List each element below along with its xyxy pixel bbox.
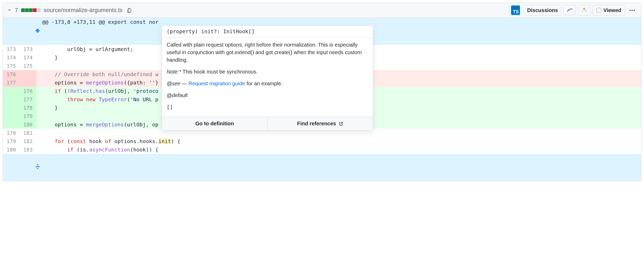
kebab-menu-icon[interactable] bbox=[627, 8, 637, 13]
chunk-square-green bbox=[25, 8, 29, 12]
new-line-number[interactable] bbox=[20, 70, 36, 78]
new-line-number[interactable]: 181 bbox=[20, 129, 36, 137]
chunk-square-green bbox=[29, 8, 33, 12]
new-line-number[interactable]: 174 bbox=[20, 53, 36, 62]
external-link-icon bbox=[339, 121, 343, 126]
goto-definition-button[interactable]: Go to definition bbox=[162, 117, 267, 130]
old-line-number[interactable]: 178 bbox=[3, 129, 20, 137]
file-header: 7 source/normalize-arguments.ts TS Discu… bbox=[3, 3, 641, 18]
file-header-left: 7 source/normalize-arguments.ts bbox=[7, 7, 133, 14]
find-references-button[interactable]: Find references bbox=[267, 117, 373, 130]
old-line-number[interactable] bbox=[3, 104, 20, 112]
chunk-square-green bbox=[21, 8, 25, 12]
new-line-number[interactable] bbox=[20, 78, 36, 87]
copy-path-icon[interactable] bbox=[126, 7, 133, 14]
tools-button[interactable] bbox=[578, 5, 590, 15]
hover-signature: (property) init?: InitHook[] bbox=[162, 26, 373, 37]
chunk-square-red bbox=[33, 8, 37, 12]
sentry-button[interactable] bbox=[563, 5, 576, 15]
old-line-number[interactable]: 174 bbox=[3, 53, 20, 62]
viewed-label: Viewed bbox=[603, 7, 621, 13]
old-line-number[interactable] bbox=[3, 120, 20, 129]
expand-row-bottom[interactable] bbox=[3, 154, 641, 181]
sparkle-icon bbox=[581, 7, 588, 14]
old-line-number[interactable] bbox=[3, 87, 20, 95]
svg-rect-0 bbox=[128, 9, 131, 12]
diff-row: 179182 for (const hook of options.hooks.… bbox=[3, 137, 641, 145]
new-line-number[interactable]: 177 bbox=[20, 95, 36, 104]
hover-default-label: @default bbox=[167, 92, 368, 99]
old-line-number[interactable]: 180 bbox=[3, 145, 20, 154]
hover-see-link[interactable]: Request migration guide bbox=[189, 81, 245, 86]
old-line-number[interactable] bbox=[3, 95, 20, 104]
old-line-number[interactable]: 173 bbox=[3, 45, 20, 53]
diff-row: 180183 if (is.asyncFunction(hook)) { bbox=[3, 145, 641, 154]
new-line-number[interactable]: 183 bbox=[20, 145, 36, 154]
new-line-number[interactable]: 173 bbox=[20, 45, 36, 53]
hover-see: @see — Request migration guide for an ex… bbox=[167, 80, 368, 87]
hover-body: Called with plain request options, right… bbox=[162, 37, 373, 117]
ts-badge-button[interactable]: TS bbox=[509, 5, 522, 15]
chunk-count: 7 bbox=[15, 7, 18, 14]
discussions-button[interactable]: Discussions bbox=[524, 5, 561, 15]
new-line-number[interactable]: 182 bbox=[20, 137, 36, 145]
hover-note: Note:* This hook must be synchronous. bbox=[167, 68, 368, 76]
code-cell[interactable]: for (const hook of options.hooks.init) { bbox=[36, 137, 641, 145]
code-cell[interactable]: if (is.asyncFunction(hook)) { bbox=[36, 145, 641, 154]
viewed-toggle[interactable]: Viewed bbox=[593, 5, 625, 15]
old-line-number[interactable] bbox=[3, 112, 20, 120]
new-line-number[interactable]: 179 bbox=[20, 112, 36, 120]
new-line-number[interactable]: 180 bbox=[20, 120, 36, 129]
typescript-icon: TS bbox=[511, 5, 520, 15]
hover-card: (property) init?: InitHook[] Called with… bbox=[162, 25, 373, 131]
file-header-right: TS Discussions Viewed bbox=[509, 5, 637, 15]
old-line-number[interactable]: 175 bbox=[3, 62, 20, 70]
expand-icon bbox=[34, 28, 41, 33]
old-line-number[interactable]: 179 bbox=[3, 137, 20, 145]
new-line-number[interactable]: 175 bbox=[20, 62, 36, 70]
chunk-bar bbox=[21, 8, 40, 12]
chevron-down-icon[interactable] bbox=[7, 8, 12, 13]
new-line-number[interactable]: 176 bbox=[20, 87, 36, 95]
expand-icon bbox=[34, 164, 41, 169]
new-line-number[interactable]: 178 bbox=[20, 104, 36, 112]
old-line-number[interactable]: 176 bbox=[3, 70, 20, 78]
viewed-checkbox[interactable] bbox=[596, 8, 601, 13]
diff-container: 7 source/normalize-arguments.ts TS Discu… bbox=[3, 3, 641, 181]
hover-default-value: [] bbox=[167, 103, 368, 111]
file-path[interactable]: source/normalize-arguments.ts bbox=[44, 7, 122, 14]
hover-description: Called with plain request options, right… bbox=[167, 41, 368, 64]
chunk-square-grey bbox=[37, 8, 40, 12]
old-line-number[interactable]: 177 bbox=[3, 78, 20, 87]
hover-actions: Go to definition Find references bbox=[162, 117, 373, 130]
